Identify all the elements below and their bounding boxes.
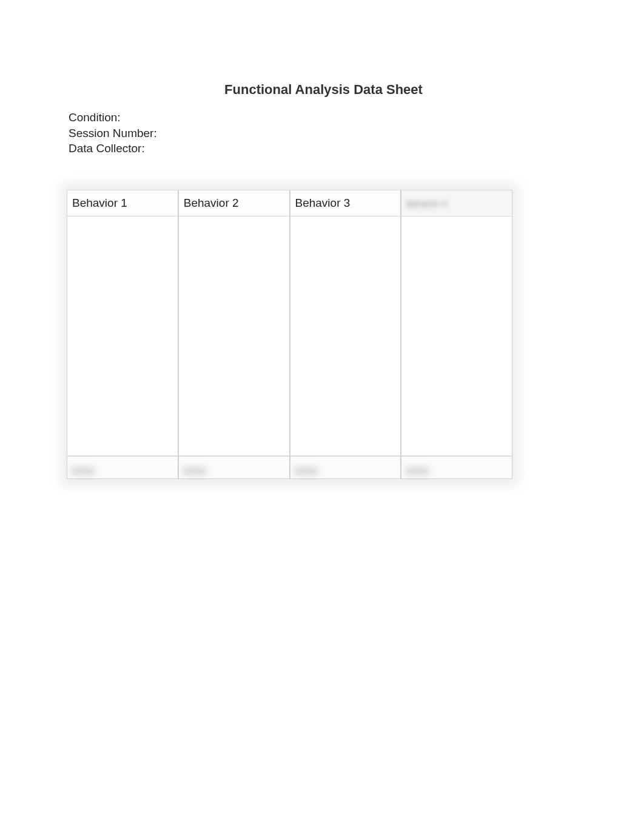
footer-cell-2 [178, 456, 290, 479]
table-header-row: Behavior 1 Behavior 2 Behavior 3 Behavio… [67, 190, 512, 216]
data-cell-2 [178, 216, 290, 456]
footer-smudge-1 [71, 467, 95, 475]
footer-cell-3 [290, 456, 401, 479]
page-container: Functional Analysis Data Sheet Condition… [0, 0, 644, 479]
data-cell-4 [401, 216, 512, 456]
footer-smudge-2 [183, 467, 207, 475]
column-header-behavior-1: Behavior 1 [67, 190, 178, 216]
footer-smudge-3 [294, 467, 318, 475]
data-table: Behavior 1 Behavior 2 Behavior 3 Behavio… [67, 190, 512, 479]
meta-fields: Condition: Session Number: Data Collecto… [69, 110, 579, 156]
column-header-behavior-4: Behavior 4 [401, 190, 512, 216]
data-cell-1 [67, 216, 178, 456]
condition-label: Condition: [69, 110, 579, 126]
column-header-behavior-3: Behavior 3 [290, 190, 401, 216]
table-body-row [67, 216, 512, 456]
data-collector-label: Data Collector: [69, 141, 579, 156]
footer-smudge-4 [405, 467, 429, 475]
table-footer-row [67, 456, 512, 479]
session-number-label: Session Number: [69, 126, 579, 141]
data-cell-3 [290, 216, 401, 456]
page-title: Functional Analysis Data Sheet [69, 82, 579, 98]
footer-cell-1 [67, 456, 178, 479]
data-table-wrap: Behavior 1 Behavior 2 Behavior 3 Behavio… [67, 190, 512, 479]
column-header-behavior-2: Behavior 2 [178, 190, 290, 216]
footer-cell-4 [401, 456, 512, 479]
